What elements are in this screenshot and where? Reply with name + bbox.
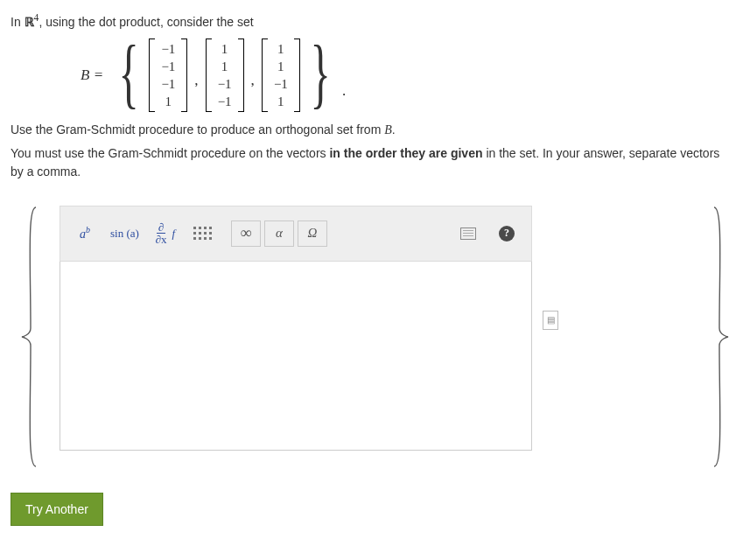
derivative-button[interactable]: ∂ ∂x f	[145, 214, 184, 253]
math-editor[interactable]: ab sin (a) ∂ ∂x f	[60, 206, 532, 468]
answer-area: ab sin (a) ∂ ∂x f	[11, 206, 732, 468]
brace-open-icon: {	[119, 47, 139, 100]
space-R4: ℝ4	[25, 16, 39, 29]
keyboard-button[interactable]	[449, 214, 487, 253]
help-button[interactable]: ?	[487, 214, 526, 253]
try-another-button[interactable]: Try Another	[11, 493, 103, 526]
document-icon: ▤	[547, 315, 555, 325]
help-icon: ?	[499, 226, 515, 242]
vector-3: 1 1 −1 1	[262, 38, 300, 112]
vector-1: −1 −1 −1 1	[149, 38, 187, 112]
symbol-group: ∞ α Ω	[231, 220, 327, 247]
answer-brace-open-icon	[18, 206, 42, 468]
set-definition: B = { −1 −1 −1 1 , 1 1 −1 −1 , 1 1 −1 1	[81, 38, 732, 112]
set-label: B =	[81, 66, 103, 84]
instruction-2: You must use the Gram-Schmidt procedure …	[11, 144, 732, 181]
editor-toolbar: ab sin (a) ∂ ∂x f	[60, 206, 532, 262]
brace-close-icon: }	[310, 47, 330, 100]
keyboard-icon	[460, 228, 476, 240]
alpha-button[interactable]: α	[264, 220, 294, 247]
expand-editor-button[interactable]: ▤	[543, 311, 558, 330]
trig-button[interactable]: sin (a)	[104, 214, 145, 253]
vector-2: 1 1 −1 −1	[206, 38, 244, 112]
superscript-button[interactable]: ab	[66, 214, 104, 253]
omega-button[interactable]: Ω	[298, 220, 327, 247]
question-intro: In ℝ4, using the dot product, consider t…	[11, 10, 732, 32]
infinity-button[interactable]: ∞	[231, 220, 261, 247]
math-input[interactable]	[60, 262, 532, 451]
instruction-1: Use the Gram-Schmidt procedure to produc…	[11, 121, 732, 139]
matrix-icon	[193, 227, 212, 240]
matrix-button[interactable]	[184, 214, 222, 253]
answer-brace-close-icon	[708, 206, 732, 468]
